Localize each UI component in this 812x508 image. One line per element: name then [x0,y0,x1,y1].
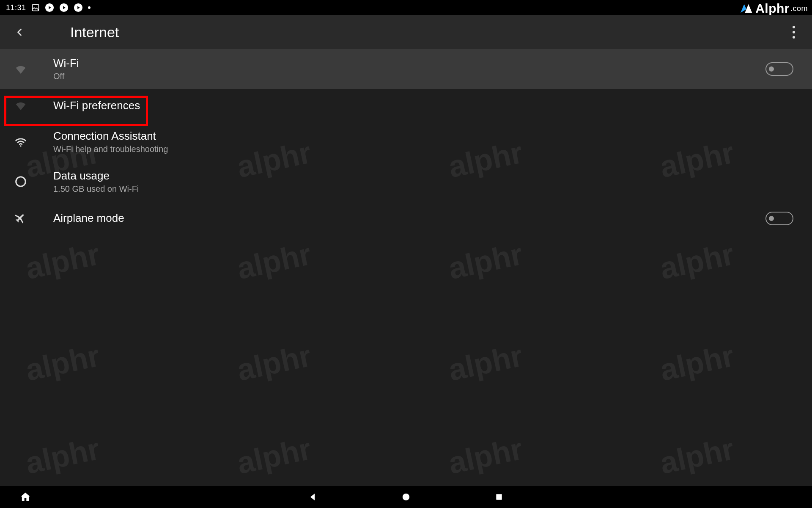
airplane-mode-row[interactable]: Airplane mode [0,202,812,235]
watermark-text: alphr [22,431,102,481]
back-button[interactable] [11,26,28,38]
data-usage-sub: 1.50 GB used on Wi-Fi [53,184,139,194]
svg-point-4 [20,145,21,146]
wifi-label: Wi-Fi [53,57,79,70]
system-nav-bar [0,486,812,508]
airplane-toggle[interactable] [765,212,793,225]
home-house-button[interactable] [17,489,34,505]
connection-assistant-row[interactable]: Connection Assistant Wi-Fi help and trou… [0,122,812,162]
watermark-text: alphr [22,338,102,388]
play-circle-icon [45,3,54,12]
watermark-text: alphr [234,338,314,388]
device-frame: 11:31 Alphr.com alphr a [0,0,812,508]
alphr-name: Alphr [755,1,790,16]
alphr-suffix: .com [790,4,808,13]
conn-assist-sub: Wi-Fi help and troubleshooting [53,144,168,154]
wifi-prefs-label: Wi-Fi preferences [53,99,140,112]
watermark-text: alphr [445,237,525,286]
play-circle-icon [74,3,83,12]
play-circle-icon [59,3,69,12]
data-usage-row[interactable]: Data usage 1.50 GB used on Wi-Fi [0,162,812,202]
overflow-menu-button[interactable] [793,26,795,39]
watermark-text: alphr [445,431,525,481]
svg-rect-7 [496,494,502,500]
data-usage-icon [11,175,30,188]
watermark-text: alphr [22,237,102,286]
wifi-solid-icon [11,98,30,113]
alphr-logo-icon [738,1,753,16]
watermark-text: alphr [234,237,314,286]
watermark-text: alphr [657,431,737,481]
page-title: Internet [70,24,119,41]
svg-point-6 [403,494,410,501]
settings-screen: alphr alphr alphr alphr alphr alphr alph… [0,15,812,486]
clock: 11:31 [6,3,26,12]
image-icon [31,3,40,12]
wifi-toggle[interactable] [765,62,793,76]
svg-point-5 [16,177,26,187]
nav-home-button[interactable] [398,489,414,505]
status-bar: 11:31 Alphr.com [0,0,812,15]
alphr-watermark-badge: Alphr.com [734,0,812,17]
nav-recent-button[interactable] [491,489,508,505]
watermark-text: alphr [234,431,314,481]
status-dot-icon [88,6,91,9]
wifi-row[interactable]: Wi-Fi Off [0,49,812,89]
wifi-waves-icon [11,135,30,149]
app-header: Internet [0,15,812,49]
data-usage-label: Data usage [53,169,139,182]
conn-assist-label: Connection Assistant [53,130,168,143]
watermark-text: alphr [657,237,737,286]
wifi-icon [11,62,30,76]
svg-rect-0 [32,5,38,11]
watermark-text: alphr [657,338,737,388]
watermark-text: alphr [445,338,525,388]
wifi-sub: Off [53,72,79,81]
nav-back-button[interactable] [304,489,321,505]
airplane-icon [11,212,30,225]
airplane-label: Airplane mode [53,212,124,225]
wifi-preferences-row[interactable]: Wi-Fi preferences [0,89,812,122]
